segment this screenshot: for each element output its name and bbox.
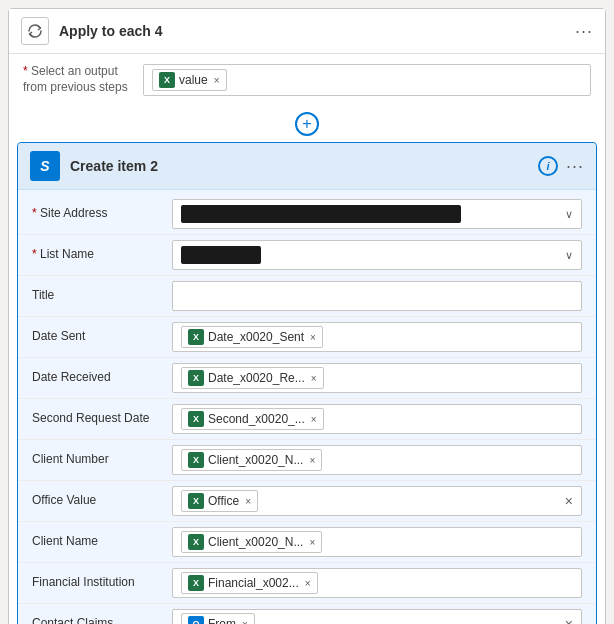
- financial-label: Financial_x002...: [208, 576, 299, 590]
- field-client-number[interactable]: X Client_x0020_N... ×: [172, 445, 582, 475]
- value-tag: X value ×: [152, 69, 227, 91]
- excel-icon: X: [159, 72, 175, 88]
- financial-close[interactable]: ×: [305, 578, 311, 589]
- create-item-card: S Create item 2 i ··· Site Address ∨ Lis…: [17, 142, 597, 624]
- label-list-name: List Name: [32, 247, 172, 263]
- redacted-value: [181, 205, 461, 223]
- create-item-form: Site Address ∨ List Name ∨ Title: [18, 190, 596, 624]
- form-row-client-name: Client Name X Client_x0020_N... ×: [18, 522, 596, 563]
- label-office-value: Office Value: [32, 493, 172, 509]
- form-row-financial-institution: Financial Institution X Financial_x002..…: [18, 563, 596, 604]
- outlook-icon: O: [188, 616, 204, 624]
- select-output-label: Select an output from previous steps: [23, 64, 133, 95]
- contact-claims-close[interactable]: ×: [242, 619, 248, 625]
- add-button-row: +: [9, 106, 605, 142]
- label-date-sent: Date Sent: [32, 329, 172, 345]
- loop-icon: [21, 17, 49, 45]
- form-row-site-address: Site Address ∨: [18, 194, 596, 235]
- apply-each-container: Apply to each 4 ··· Select an output fro…: [8, 8, 606, 624]
- label-second-request-date: Second Request Date: [32, 411, 172, 427]
- form-row-date-sent: Date Sent X Date_x0020_Sent ×: [18, 317, 596, 358]
- field-contact-claims[interactable]: O From × ×: [172, 609, 582, 624]
- field-clear-office[interactable]: ×: [565, 493, 573, 509]
- excel-icon: X: [188, 534, 204, 550]
- date-received-label: Date_x0020_Re...: [208, 371, 305, 385]
- field-site-address[interactable]: ∨: [172, 199, 582, 229]
- form-row-date-received: Date Received X Date_x0020_Re... ×: [18, 358, 596, 399]
- create-item-menu-button[interactable]: ···: [566, 156, 584, 177]
- client-name-tag: X Client_x0020_N... ×: [181, 531, 322, 553]
- field-clear-contact-claims[interactable]: ×: [565, 616, 573, 624]
- label-financial-institution: Financial Institution: [32, 575, 172, 591]
- label-site-address: Site Address: [32, 206, 172, 222]
- value-tag-label: value: [179, 73, 208, 87]
- dropdown-arrow-list-name: ∨: [565, 249, 573, 262]
- excel-icon: X: [188, 329, 204, 345]
- field-second-request-date[interactable]: X Second_x0020_... ×: [172, 404, 582, 434]
- field-office-value[interactable]: X Office × ×: [172, 486, 582, 516]
- label-client-number: Client Number: [32, 452, 172, 468]
- form-row-list-name: List Name ∨: [18, 235, 596, 276]
- field-date-received[interactable]: X Date_x0020_Re... ×: [172, 363, 582, 393]
- client-number-label: Client_x0020_N...: [208, 453, 303, 467]
- excel-icon: X: [188, 452, 204, 468]
- info-button[interactable]: i: [538, 156, 558, 176]
- contact-claims-tag: O From ×: [181, 613, 255, 624]
- office-label: Office: [208, 494, 239, 508]
- field-list-name[interactable]: ∨: [172, 240, 582, 270]
- apply-each-header: Apply to each 4 ···: [9, 9, 605, 54]
- create-item-header: S Create item 2 i ···: [18, 143, 596, 190]
- date-received-tag: X Date_x0020_Re... ×: [181, 367, 324, 389]
- form-row-second-request-date: Second Request Date X Second_x0020_... ×: [18, 399, 596, 440]
- field-financial-institution[interactable]: X Financial_x002... ×: [172, 568, 582, 598]
- second-request-close[interactable]: ×: [311, 414, 317, 425]
- add-step-button[interactable]: +: [295, 112, 319, 136]
- apply-each-menu-button[interactable]: ···: [575, 21, 593, 42]
- field-date-sent[interactable]: X Date_x0020_Sent ×: [172, 322, 582, 352]
- label-title: Title: [32, 288, 172, 304]
- select-output-section: Select an output from previous steps X v…: [9, 54, 605, 106]
- form-row-contact-claims: Contact Claims O From × ×: [18, 604, 596, 624]
- contact-claims-label: From: [208, 617, 236, 624]
- date-sent-close[interactable]: ×: [310, 332, 316, 343]
- form-row-office-value: Office Value X Office × ×: [18, 481, 596, 522]
- dropdown-arrow-site-address: ∨: [565, 208, 573, 221]
- field-client-name[interactable]: X Client_x0020_N... ×: [172, 527, 582, 557]
- value-input-area[interactable]: X value ×: [143, 64, 591, 96]
- redacted-value: [181, 246, 261, 264]
- client-name-label: Client_x0020_N...: [208, 535, 303, 549]
- excel-icon: X: [188, 411, 204, 427]
- create-item-actions: i ···: [538, 156, 584, 177]
- office-close[interactable]: ×: [245, 496, 251, 507]
- label-client-name: Client Name: [32, 534, 172, 550]
- office-tag: X Office ×: [181, 490, 258, 512]
- apply-each-title: Apply to each 4: [59, 23, 575, 39]
- second-request-label: Second_x0020_...: [208, 412, 305, 426]
- financial-tag: X Financial_x002... ×: [181, 572, 318, 594]
- excel-icon: X: [188, 575, 204, 591]
- value-tag-close[interactable]: ×: [214, 75, 220, 86]
- date-sent-tag: X Date_x0020_Sent ×: [181, 326, 323, 348]
- field-title[interactable]: [172, 281, 582, 311]
- label-date-received: Date Received: [32, 370, 172, 386]
- label-contact-claims: Contact Claims: [32, 616, 172, 624]
- date-sent-label: Date_x0020_Sent: [208, 330, 304, 344]
- date-received-close[interactable]: ×: [311, 373, 317, 384]
- excel-icon: X: [188, 370, 204, 386]
- form-row-client-number: Client Number X Client_x0020_N... ×: [18, 440, 596, 481]
- client-name-close[interactable]: ×: [309, 537, 315, 548]
- form-row-title: Title: [18, 276, 596, 317]
- second-request-tag: X Second_x0020_... ×: [181, 408, 324, 430]
- sharepoint-icon: S: [30, 151, 60, 181]
- client-number-tag: X Client_x0020_N... ×: [181, 449, 322, 471]
- client-number-close[interactable]: ×: [309, 455, 315, 466]
- excel-icon: X: [188, 493, 204, 509]
- create-item-title: Create item 2: [70, 158, 538, 174]
